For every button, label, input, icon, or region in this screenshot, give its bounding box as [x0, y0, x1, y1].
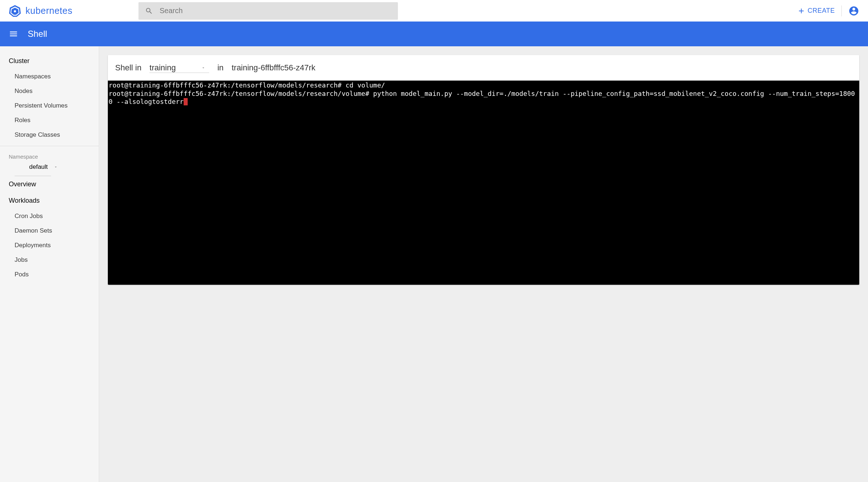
sidebar-item-namespaces[interactable]: Namespaces [0, 69, 99, 84]
namespace-label: Namespace [0, 150, 99, 161]
terminal-cursor [184, 98, 188, 105]
plus-icon [797, 7, 805, 15]
topbar-right: CREATE [797, 5, 859, 16]
cluster-list: Namespaces Nodes Persistent Volumes Role… [0, 69, 99, 142]
namespace-select[interactable]: default [15, 161, 51, 176]
sidebar-item-daemon-sets[interactable]: Daemon Sets [0, 223, 99, 238]
terminal-text: root@training-6ffbfffc56-z47rk:/tensorfl… [109, 81, 855, 105]
svg-point-3 [14, 10, 16, 12]
sidebar-item-jobs[interactable]: Jobs [0, 253, 99, 267]
actionbar-title: Shell [28, 29, 47, 39]
sidebar-item-roles[interactable]: Roles [0, 113, 99, 128]
kubernetes-logo-icon [9, 5, 21, 17]
workloads-list: Cron Jobs Daemon Sets Deployments Jobs P… [0, 209, 99, 282]
topbar: kubernetes CREATE [0, 0, 868, 22]
content: Shell in training in training-6ffbfffc56… [99, 46, 868, 482]
sidebar-item-pods[interactable]: Pods [0, 267, 99, 282]
dropdown-icon [201, 66, 206, 70]
dropdown-icon [54, 165, 58, 169]
cluster-label[interactable]: Cluster [0, 53, 99, 69]
sidebar-divider [0, 146, 99, 146]
sidebar-item-cron-jobs[interactable]: Cron Jobs [0, 209, 99, 223]
namespace-value: default [29, 163, 48, 171]
sidebar: Cluster Namespaces Nodes Persistent Volu… [0, 46, 99, 482]
brand: kubernetes [9, 5, 138, 17]
sidebar-item-nodes[interactable]: Nodes [0, 84, 99, 98]
sidebar-item-deployments[interactable]: Deployments [0, 238, 99, 253]
container-select[interactable]: training [149, 63, 209, 73]
shell-header: Shell in training in training-6ffbfffc56… [108, 55, 859, 81]
brand-name: kubernetes [26, 5, 73, 16]
create-label: CREATE [808, 7, 835, 15]
actionbar: Shell [0, 22, 868, 46]
shell-card: Shell in training in training-6ffbfffc56… [108, 55, 859, 285]
terminal[interactable]: root@training-6ffbfffc56-z47rk:/tensorfl… [108, 81, 859, 285]
overview-label[interactable]: Overview [0, 176, 99, 193]
in-label: in [217, 63, 223, 73]
sidebar-item-storage-classes[interactable]: Storage Classes [0, 128, 99, 142]
container-name: training [149, 63, 176, 73]
search-input[interactable] [160, 7, 391, 15]
vertical-divider [841, 5, 842, 16]
menu-icon[interactable] [9, 29, 18, 39]
sidebar-item-persistent-volumes[interactable]: Persistent Volumes [0, 98, 99, 113]
create-button[interactable]: CREATE [797, 7, 835, 15]
search-icon [145, 7, 153, 15]
pod-name: training-6ffbfffc56-z47rk [232, 63, 316, 73]
workloads-label[interactable]: Workloads [0, 193, 99, 209]
search-box[interactable] [138, 2, 398, 20]
shell-prefix: Shell in [115, 63, 141, 73]
account-icon[interactable] [848, 5, 859, 16]
